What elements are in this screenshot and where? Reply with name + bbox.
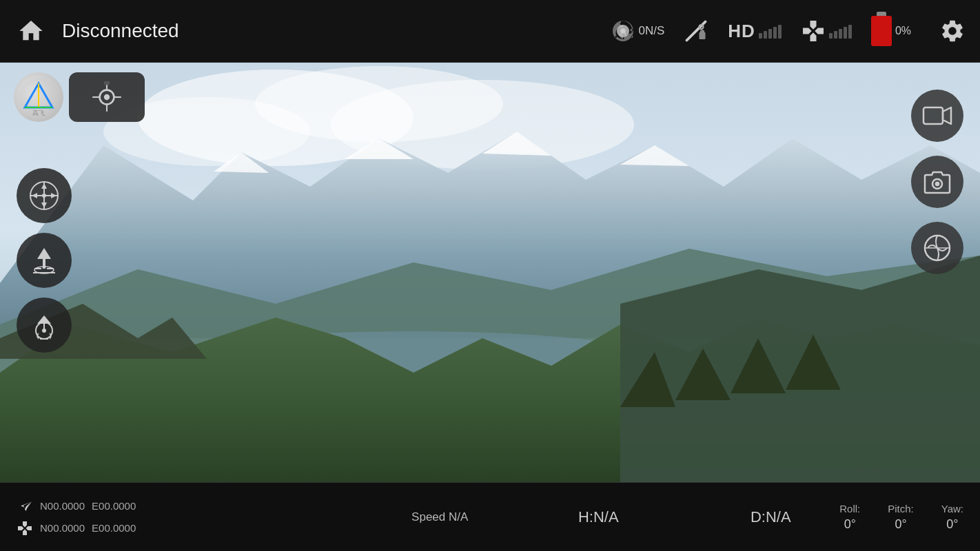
return-home-button[interactable] [17, 298, 72, 353]
drone-position-row: N00.0000 E00.0000 [17, 498, 136, 514]
svg-point-53 [42, 329, 46, 333]
battery-icon [871, 16, 892, 46]
svg-marker-44 [37, 248, 51, 259]
remote-longitude: E00.0000 [92, 522, 136, 534]
connection-status: Disconnected [62, 20, 611, 42]
pitch-value: 0° [895, 517, 906, 532]
svg-point-58 [935, 182, 939, 186]
svg-marker-42 [51, 193, 57, 198]
video-camera-icon [922, 101, 952, 131]
gear-icon [939, 18, 966, 44]
top-bar: Disconnected 0N/S HD [0, 0, 980, 63]
settings-button[interactable] [937, 16, 968, 46]
antenna-group [684, 19, 708, 43]
take-photo-button[interactable] [911, 156, 963, 208]
drone-latitude: N00.0000 [40, 500, 85, 512]
camera-icon [922, 167, 952, 197]
controller-signal-bars [829, 23, 852, 39]
distance-group: D:N/A [702, 508, 839, 526]
remote-latitude: N00.0000 [40, 522, 85, 534]
controller-icon [801, 19, 826, 43]
drone-coords-group: N00.0000 E00.0000 N00.0000 E00.0000 [17, 498, 136, 537]
svg-rect-35 [104, 81, 110, 85]
remote-position-row: N00.0000 E00.0000 [17, 520, 136, 537]
home-icon [17, 17, 45, 45]
drone-longitude: E00.0000 [92, 500, 136, 512]
camera-view [0, 63, 980, 482]
svg-rect-55 [923, 107, 943, 124]
satellite-icon [611, 19, 635, 43]
battery-group: 0% [871, 16, 911, 46]
takeoff-button[interactable] [17, 233, 72, 288]
takeoff-icon [28, 244, 61, 277]
svg-rect-2 [700, 32, 706, 40]
distance-value: D:N/A [751, 508, 791, 526]
svg-marker-41 [32, 193, 37, 198]
yaw-value: 0° [946, 517, 958, 532]
video-quality: HD [728, 21, 755, 42]
speed-group: Speed N/A [371, 510, 509, 524]
map-button[interactable] [911, 222, 963, 274]
controller-signal-group [801, 19, 852, 43]
status-icons: 0N/S HD [611, 16, 968, 46]
navigation-button[interactable] [17, 168, 72, 223]
gimbal-button[interactable] [69, 72, 145, 122]
satellite-speed: 0N/S [639, 24, 665, 38]
svg-marker-39 [41, 183, 47, 189]
height-value: H:N/A [578, 508, 619, 526]
roll-stat: Roll: 0° [839, 503, 860, 532]
svg-rect-45 [43, 259, 45, 269]
left-controls [17, 90, 72, 353]
crosshair-icon [28, 179, 61, 212]
return-home-icon [28, 309, 61, 342]
speed-label: Speed N/A [411, 510, 468, 524]
right-controls [911, 90, 963, 274]
svg-point-0 [620, 28, 626, 34]
landscape-svg [0, 63, 980, 482]
yaw-stat: Yaw: 0° [941, 503, 963, 532]
roll-value: 0° [844, 517, 856, 532]
svg-rect-3 [700, 30, 704, 34]
battery-percentage: 0% [895, 25, 911, 37]
roll-label: Roll: [839, 503, 860, 514]
svg-point-30 [104, 94, 110, 100]
gimbal-icon [90, 80, 124, 114]
map-icon [922, 233, 952, 263]
orientation-group: Roll: 0° Pitch: 0° Yaw: 0° [839, 503, 963, 532]
svg-marker-40 [41, 202, 47, 208]
svg-marker-56 [943, 107, 951, 124]
height-group: H:N/A [529, 508, 667, 526]
svg-marker-51 [37, 315, 51, 324]
satellite-group: 0N/S [611, 19, 665, 43]
svg-point-43 [42, 194, 46, 198]
antenna-icon [684, 19, 708, 43]
pitch-label: Pitch: [888, 503, 914, 514]
yaw-label: Yaw: [941, 503, 963, 514]
video-signal-group: HD [728, 21, 782, 42]
record-video-button[interactable] [911, 90, 963, 142]
remote-position-icon [17, 520, 33, 537]
drone-position-icon [17, 498, 33, 514]
video-signal-bars [759, 23, 782, 39]
home-button[interactable] [12, 12, 50, 50]
pitch-stat: Pitch: 0° [888, 503, 914, 532]
bottom-bar: N00.0000 E00.0000 N00.0000 E00.0000 Spee… [0, 482, 980, 551]
